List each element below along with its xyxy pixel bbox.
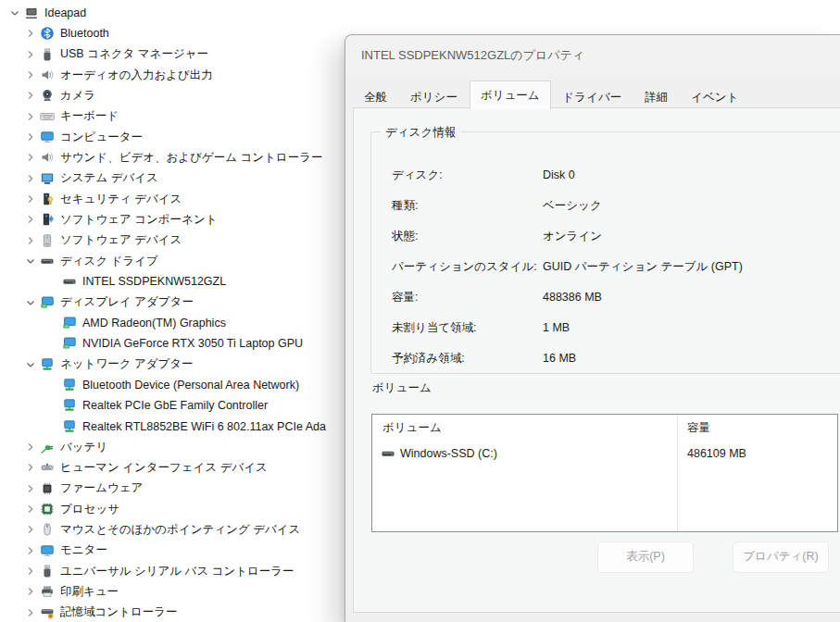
tab-inactive[interactable]: ドライバー bbox=[552, 85, 633, 108]
tree-item-label: ネットワーク アダプター bbox=[60, 356, 197, 372]
info-label: 未割り当て領域: bbox=[392, 319, 477, 336]
printer-icon bbox=[40, 584, 55, 599]
chevron-down-icon[interactable] bbox=[21, 254, 40, 268]
tree-item[interactable]: ヒューマン インターフェイス デバイス bbox=[0, 457, 345, 478]
properties-button[interactable]: プロパティ(R) bbox=[733, 541, 829, 573]
tree-item[interactable]: キーボード bbox=[0, 106, 345, 127]
column-header-capacity[interactable]: 容量 bbox=[687, 420, 710, 436]
show-button[interactable]: 表示(P) bbox=[597, 541, 694, 573]
tree-item[interactable]: INTEL SSDPEKNW512GZL bbox=[0, 271, 345, 292]
chevron-right-icon[interactable] bbox=[21, 47, 40, 62]
chevron-right-icon[interactable] bbox=[21, 481, 40, 496]
chevron-right-icon[interactable] bbox=[21, 68, 40, 82]
chevron-right-icon[interactable] bbox=[21, 460, 40, 475]
tab-inactive[interactable]: 詳細 bbox=[633, 85, 679, 108]
tab-active[interactable]: ボリューム bbox=[470, 81, 551, 109]
network-adapter-icon bbox=[40, 357, 55, 372]
tree-item[interactable]: ネットワーク アダプター bbox=[0, 355, 345, 375]
tree-item-label: セキュリティ デバイス bbox=[60, 192, 185, 207]
tree-item[interactable]: Bluetooth bbox=[0, 23, 345, 44]
dialog-title: INTEL SSDPEKNW512GZLのプロパティ bbox=[361, 47, 584, 64]
chevron-right-icon[interactable] bbox=[21, 192, 40, 206]
tree-item[interactable]: USB コネクタ マネージャー bbox=[0, 44, 345, 65]
tree-item[interactable]: ソフトウェア コンポーネント bbox=[0, 209, 345, 230]
tree-item-label: ファームウェア bbox=[60, 480, 146, 496]
tree-item[interactable]: Realtek RTL8852BE WiFi 6 802.11ax PCIe A… bbox=[0, 417, 345, 437]
system-device-icon bbox=[40, 171, 55, 186]
tree-item[interactable]: コンピューター bbox=[0, 127, 345, 147]
tab-page-volume: ディスク情報 ディスク:Disk 0種類:ベーシック状態:オンラインパーティショ… bbox=[353, 107, 840, 613]
chevron-right-icon[interactable] bbox=[21, 109, 40, 124]
volume-list[interactable]: ボリューム 容量 Windows-SSD (C:)486109 MB bbox=[371, 414, 838, 532]
tree-item-label: USB コネクタ マネージャー bbox=[60, 46, 212, 62]
tree-item[interactable]: 印刷キュー bbox=[0, 581, 345, 602]
chevron-down-icon[interactable] bbox=[21, 357, 40, 372]
tree-item-label: ヒューマン インターフェイス デバイス bbox=[60, 460, 271, 476]
tree-item[interactable]: Realtek PCIe GbE Family Controller bbox=[0, 395, 345, 416]
tree-item[interactable]: システム デバイス bbox=[0, 168, 345, 189]
tree-item[interactable]: ユニバーサル シリアル バス コントローラー bbox=[0, 561, 345, 581]
tab-inactive[interactable]: ポリシー bbox=[399, 85, 469, 108]
disk-info-group-label: ディスク情報 bbox=[381, 125, 460, 141]
dialog-titlebar[interactable]: INTEL SSDPEKNW512GZLのプロパティ bbox=[345, 35, 840, 76]
tree-item[interactable]: AMD Radeon(TM) Graphics bbox=[0, 313, 345, 333]
audio-icon bbox=[40, 68, 55, 82]
disk-icon bbox=[62, 274, 77, 289]
tree-item-label: カメラ bbox=[60, 88, 99, 104]
chevron-down-icon[interactable] bbox=[6, 6, 24, 20]
info-label: 種類: bbox=[392, 197, 418, 214]
chevron-right-icon[interactable] bbox=[21, 130, 40, 144]
properties-dialog: INTEL SSDPEKNW512GZLのプロパティ 全般ポリシーボリュームドラ… bbox=[345, 34, 840, 622]
disk-info-group: ディスク情報 ディスク:Disk 0種類:ベーシック状態:オンラインパーティショ… bbox=[370, 131, 840, 374]
device-manager-screen: IdeapadBluetoothUSB コネクタ マネージャーオーディオの入力お… bbox=[0, 0, 840, 622]
tree-item[interactable]: サウンド、ビデオ、およびゲーム コントローラー bbox=[0, 147, 345, 168]
tree-item[interactable]: セキュリティ デバイス bbox=[0, 189, 345, 209]
usb-icon bbox=[40, 564, 55, 578]
tree-item[interactable]: オーディオの入力および出力 bbox=[0, 65, 345, 85]
chevron-right-icon[interactable] bbox=[21, 502, 40, 516]
tree-item[interactable]: 記憶域コントローラー bbox=[0, 603, 345, 622]
tree-item[interactable]: マウスとそのほかのポインティング デバイス bbox=[0, 519, 345, 540]
column-header-volume[interactable]: ボリューム bbox=[382, 420, 442, 436]
chevron-right-icon[interactable] bbox=[21, 150, 40, 165]
tree-item[interactable]: NVIDIA GeForce RTX 3050 Ti Laptop GPU bbox=[0, 333, 345, 354]
tree-item-label: Ideapad bbox=[44, 6, 90, 19]
tab-inactive[interactable]: 全般 bbox=[353, 85, 398, 108]
chevron-right-icon[interactable] bbox=[21, 233, 40, 248]
tree-item[interactable]: Ideapad bbox=[0, 3, 345, 23]
tree-item-label: コンピューター bbox=[60, 130, 146, 145]
tree-item[interactable]: ディスク ドライブ bbox=[0, 251, 345, 271]
chevron-right-icon[interactable] bbox=[21, 26, 40, 41]
tree-item-label: Realtek RTL8852BE WiFi 6 802.11ax PCIe A… bbox=[82, 420, 330, 433]
tab-inactive[interactable]: イベント bbox=[680, 85, 749, 108]
tree-item[interactable]: カメラ bbox=[0, 85, 345, 106]
volume-row[interactable]: Windows-SSD (C:)486109 MB bbox=[372, 443, 837, 464]
chevron-right-icon[interactable] bbox=[21, 88, 40, 103]
tree-item-label: マウスとそのほかのポインティング デバイス bbox=[60, 522, 304, 538]
info-value: ベーシック bbox=[543, 197, 602, 214]
tree-item[interactable]: バッテリ bbox=[0, 437, 345, 457]
tree-item[interactable]: ファームウェア bbox=[0, 479, 345, 499]
chevron-right-icon[interactable] bbox=[21, 605, 40, 620]
tree-item[interactable]: ソフトウェア デバイス bbox=[0, 230, 345, 251]
chevron-right-icon[interactable] bbox=[21, 440, 40, 454]
chevron-down-icon[interactable] bbox=[21, 295, 40, 310]
tree-item[interactable]: プロセッサ bbox=[0, 499, 345, 519]
tree-item[interactable]: モニター bbox=[0, 541, 345, 561]
disk-icon bbox=[40, 254, 55, 268]
tree-item[interactable]: ディスプレイ アダプター bbox=[0, 292, 345, 313]
chevron-right-icon[interactable] bbox=[21, 171, 40, 186]
disk-info-row: パーティションのスタイル:GUID パーティション テーブル (GPT) bbox=[392, 258, 840, 275]
chevron-right-icon[interactable] bbox=[21, 543, 40, 558]
tree-item[interactable]: Bluetooth Device (Personal Area Network) bbox=[0, 375, 345, 395]
chevron-right-icon[interactable] bbox=[21, 564, 40, 578]
chevron-right-icon[interactable] bbox=[21, 522, 40, 537]
display-adapter-icon bbox=[62, 336, 77, 351]
tree-item-label: ソフトウェア コンポーネント bbox=[60, 212, 221, 228]
tree-item-label: Bluetooth Device (Personal Area Network) bbox=[82, 379, 303, 392]
chevron-right-icon[interactable] bbox=[21, 212, 40, 227]
tree-item-label: ソフトウェア デバイス bbox=[60, 232, 185, 248]
tree-item-label: ユニバーサル シリアル バス コントローラー bbox=[60, 564, 298, 579]
chevron-right-icon[interactable] bbox=[21, 584, 40, 599]
disk-info-row: 未割り当て領域:1 MB bbox=[392, 319, 840, 336]
